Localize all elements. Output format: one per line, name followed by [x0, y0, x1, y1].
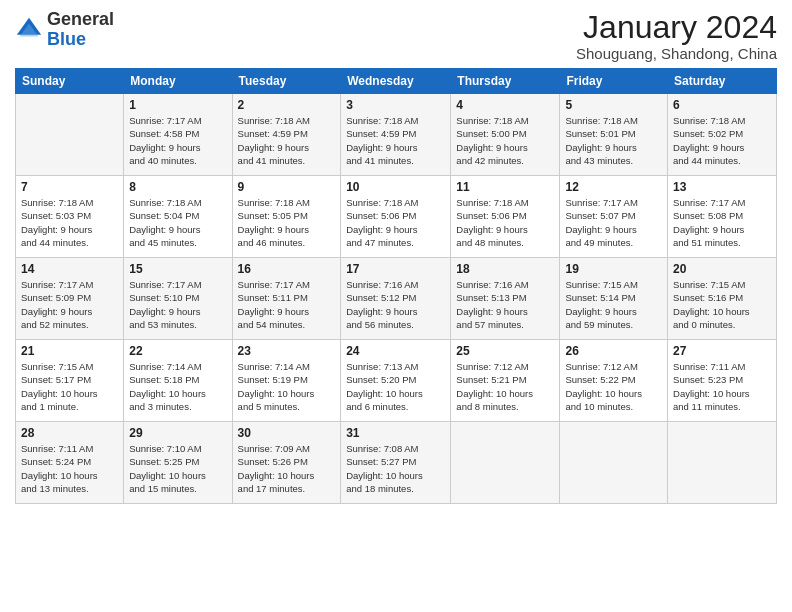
calendar-cell: 3Sunrise: 7:18 AMSunset: 4:59 PMDaylight… [341, 94, 451, 176]
day-number: 28 [21, 426, 118, 440]
logo-blue: Blue [47, 29, 86, 49]
calendar-cell: 1Sunrise: 7:17 AMSunset: 4:58 PMDaylight… [124, 94, 232, 176]
calendar-cell: 30Sunrise: 7:09 AMSunset: 5:26 PMDayligh… [232, 422, 341, 504]
calendar-cell: 12Sunrise: 7:17 AMSunset: 5:07 PMDayligh… [560, 176, 668, 258]
calendar-cell: 10Sunrise: 7:18 AMSunset: 5:06 PMDayligh… [341, 176, 451, 258]
day-info: Sunrise: 7:18 AMSunset: 5:03 PMDaylight:… [21, 196, 118, 249]
day-number: 24 [346, 344, 445, 358]
day-number: 8 [129, 180, 226, 194]
calendar-cell: 5Sunrise: 7:18 AMSunset: 5:01 PMDaylight… [560, 94, 668, 176]
title-block: January 2024 Shouguang, Shandong, China [576, 10, 777, 62]
calendar-cell: 28Sunrise: 7:11 AMSunset: 5:24 PMDayligh… [16, 422, 124, 504]
col-friday: Friday [560, 69, 668, 94]
day-info: Sunrise: 7:18 AMSunset: 4:59 PMDaylight:… [346, 114, 445, 167]
calendar-cell: 31Sunrise: 7:08 AMSunset: 5:27 PMDayligh… [341, 422, 451, 504]
calendar-cell [668, 422, 777, 504]
day-number: 10 [346, 180, 445, 194]
calendar-cell: 29Sunrise: 7:10 AMSunset: 5:25 PMDayligh… [124, 422, 232, 504]
calendar-cell: 19Sunrise: 7:15 AMSunset: 5:14 PMDayligh… [560, 258, 668, 340]
day-number: 9 [238, 180, 336, 194]
logo-text: General Blue [47, 10, 114, 50]
day-info: Sunrise: 7:11 AMSunset: 5:24 PMDaylight:… [21, 442, 118, 495]
month-title: January 2024 [576, 10, 777, 45]
logo-icon [15, 16, 43, 44]
day-info: Sunrise: 7:10 AMSunset: 5:25 PMDaylight:… [129, 442, 226, 495]
day-number: 31 [346, 426, 445, 440]
calendar-cell: 13Sunrise: 7:17 AMSunset: 5:08 PMDayligh… [668, 176, 777, 258]
day-info: Sunrise: 7:15 AMSunset: 5:16 PMDaylight:… [673, 278, 771, 331]
day-info: Sunrise: 7:17 AMSunset: 5:11 PMDaylight:… [238, 278, 336, 331]
calendar-cell: 24Sunrise: 7:13 AMSunset: 5:20 PMDayligh… [341, 340, 451, 422]
col-wednesday: Wednesday [341, 69, 451, 94]
calendar-cell: 11Sunrise: 7:18 AMSunset: 5:06 PMDayligh… [451, 176, 560, 258]
col-saturday: Saturday [668, 69, 777, 94]
day-info: Sunrise: 7:08 AMSunset: 5:27 PMDaylight:… [346, 442, 445, 495]
week-row-4: 21Sunrise: 7:15 AMSunset: 5:17 PMDayligh… [16, 340, 777, 422]
day-number: 27 [673, 344, 771, 358]
calendar-cell: 27Sunrise: 7:11 AMSunset: 5:23 PMDayligh… [668, 340, 777, 422]
col-thursday: Thursday [451, 69, 560, 94]
logo-general: General [47, 9, 114, 29]
day-number: 2 [238, 98, 336, 112]
day-info: Sunrise: 7:18 AMSunset: 4:59 PMDaylight:… [238, 114, 336, 167]
week-row-5: 28Sunrise: 7:11 AMSunset: 5:24 PMDayligh… [16, 422, 777, 504]
week-row-2: 7Sunrise: 7:18 AMSunset: 5:03 PMDaylight… [16, 176, 777, 258]
day-number: 5 [565, 98, 662, 112]
day-number: 11 [456, 180, 554, 194]
day-info: Sunrise: 7:11 AMSunset: 5:23 PMDaylight:… [673, 360, 771, 413]
day-info: Sunrise: 7:16 AMSunset: 5:13 PMDaylight:… [456, 278, 554, 331]
day-number: 19 [565, 262, 662, 276]
day-number: 29 [129, 426, 226, 440]
calendar-cell: 20Sunrise: 7:15 AMSunset: 5:16 PMDayligh… [668, 258, 777, 340]
calendar-cell: 26Sunrise: 7:12 AMSunset: 5:22 PMDayligh… [560, 340, 668, 422]
calendar-table: Sunday Monday Tuesday Wednesday Thursday… [15, 68, 777, 504]
calendar-cell: 9Sunrise: 7:18 AMSunset: 5:05 PMDaylight… [232, 176, 341, 258]
day-info: Sunrise: 7:17 AMSunset: 5:08 PMDaylight:… [673, 196, 771, 249]
header: General Blue January 2024 Shouguang, Sha… [15, 10, 777, 62]
logo: General Blue [15, 10, 114, 50]
day-info: Sunrise: 7:12 AMSunset: 5:22 PMDaylight:… [565, 360, 662, 413]
day-number: 23 [238, 344, 336, 358]
day-number: 26 [565, 344, 662, 358]
day-info: Sunrise: 7:16 AMSunset: 5:12 PMDaylight:… [346, 278, 445, 331]
calendar-cell [560, 422, 668, 504]
day-info: Sunrise: 7:15 AMSunset: 5:17 PMDaylight:… [21, 360, 118, 413]
calendar-cell: 16Sunrise: 7:17 AMSunset: 5:11 PMDayligh… [232, 258, 341, 340]
calendar-cell: 15Sunrise: 7:17 AMSunset: 5:10 PMDayligh… [124, 258, 232, 340]
calendar-cell: 25Sunrise: 7:12 AMSunset: 5:21 PMDayligh… [451, 340, 560, 422]
col-tuesday: Tuesday [232, 69, 341, 94]
calendar-cell: 18Sunrise: 7:16 AMSunset: 5:13 PMDayligh… [451, 258, 560, 340]
day-info: Sunrise: 7:14 AMSunset: 5:19 PMDaylight:… [238, 360, 336, 413]
calendar-cell: 8Sunrise: 7:18 AMSunset: 5:04 PMDaylight… [124, 176, 232, 258]
day-info: Sunrise: 7:12 AMSunset: 5:21 PMDaylight:… [456, 360, 554, 413]
day-info: Sunrise: 7:18 AMSunset: 5:06 PMDaylight:… [456, 196, 554, 249]
day-number: 7 [21, 180, 118, 194]
day-info: Sunrise: 7:17 AMSunset: 5:10 PMDaylight:… [129, 278, 226, 331]
day-info: Sunrise: 7:18 AMSunset: 5:01 PMDaylight:… [565, 114, 662, 167]
col-sunday: Sunday [16, 69, 124, 94]
calendar-cell [16, 94, 124, 176]
day-info: Sunrise: 7:18 AMSunset: 5:02 PMDaylight:… [673, 114, 771, 167]
day-number: 16 [238, 262, 336, 276]
calendar-cell: 21Sunrise: 7:15 AMSunset: 5:17 PMDayligh… [16, 340, 124, 422]
day-number: 30 [238, 426, 336, 440]
day-number: 6 [673, 98, 771, 112]
calendar-cell: 4Sunrise: 7:18 AMSunset: 5:00 PMDaylight… [451, 94, 560, 176]
day-info: Sunrise: 7:09 AMSunset: 5:26 PMDaylight:… [238, 442, 336, 495]
calendar-cell: 6Sunrise: 7:18 AMSunset: 5:02 PMDaylight… [668, 94, 777, 176]
day-number: 15 [129, 262, 226, 276]
day-info: Sunrise: 7:18 AMSunset: 5:05 PMDaylight:… [238, 196, 336, 249]
calendar-cell: 23Sunrise: 7:14 AMSunset: 5:19 PMDayligh… [232, 340, 341, 422]
page-container: General Blue January 2024 Shouguang, Sha… [0, 0, 792, 514]
calendar-cell [451, 422, 560, 504]
week-row-3: 14Sunrise: 7:17 AMSunset: 5:09 PMDayligh… [16, 258, 777, 340]
header-row: Sunday Monday Tuesday Wednesday Thursday… [16, 69, 777, 94]
calendar-cell: 2Sunrise: 7:18 AMSunset: 4:59 PMDaylight… [232, 94, 341, 176]
location: Shouguang, Shandong, China [576, 45, 777, 62]
day-number: 13 [673, 180, 771, 194]
day-info: Sunrise: 7:17 AMSunset: 5:07 PMDaylight:… [565, 196, 662, 249]
day-number: 20 [673, 262, 771, 276]
day-info: Sunrise: 7:18 AMSunset: 5:06 PMDaylight:… [346, 196, 445, 249]
day-info: Sunrise: 7:13 AMSunset: 5:20 PMDaylight:… [346, 360, 445, 413]
day-number: 4 [456, 98, 554, 112]
